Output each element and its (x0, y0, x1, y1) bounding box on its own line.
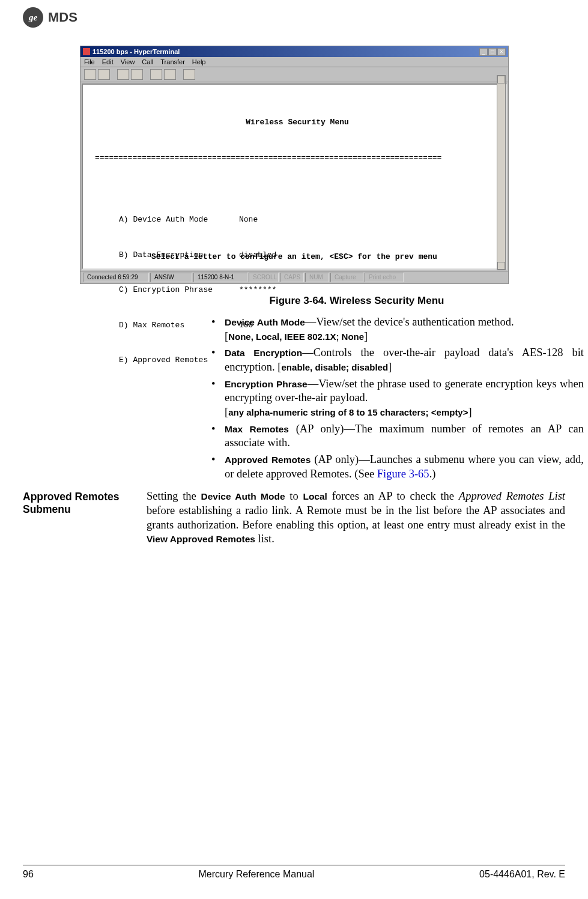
side-heading: Approved Remotes Submenu (23, 489, 147, 546)
menu-view[interactable]: View (121, 58, 135, 65)
menu-help[interactable]: Help (192, 58, 206, 65)
figure-link[interactable]: Figure 3-65 (377, 468, 429, 480)
toolbar-button[interactable] (131, 69, 143, 80)
menu-value-a: None (239, 214, 258, 226)
scroll-down-icon[interactable] (497, 262, 505, 270)
toolbar (80, 67, 508, 82)
bullet-device-auth: Device Auth Mode—View/set the device's a… (211, 315, 584, 344)
label: Data Encryption (225, 348, 302, 358)
divider-line: ========================================… (95, 152, 500, 164)
bullet-approved-remotes: Approved Remotes (AP only)—Launches a su… (211, 453, 584, 481)
text: —View/set the device's authentication me… (305, 316, 514, 328)
menubar: File Edit View Call Transfer Help (80, 57, 508, 67)
terminal-title: Wireless Security Menu (95, 117, 500, 129)
label: Max Remotes (225, 424, 289, 434)
toolbar-button[interactable] (84, 69, 96, 80)
options: any alpha-numeric string of 8 to 15 char… (228, 407, 468, 417)
options: None, Local, IEEE 802.1X; None (228, 331, 364, 342)
page-number: 96 (23, 869, 34, 880)
ge-logo-icon: ge (23, 7, 43, 28)
manual-title: Mercury Reference Manual (198, 869, 314, 880)
toolbar-button[interactable] (183, 69, 195, 80)
scroll-up-icon[interactable] (497, 76, 505, 83)
terminal-area: Wireless Security Menu =================… (82, 83, 507, 270)
window-titlebar: 115200 bps - HyperTerminal _ □ × (80, 46, 508, 57)
menu-file[interactable]: File (84, 58, 95, 65)
bullet-encryption-phrase: Encryption Phrase—View/set the phrase us… (211, 377, 584, 420)
terminal-footer: Select a letter to configure an item, <E… (83, 251, 506, 263)
window-title: 115200 bps - HyperTerminal (92, 48, 180, 55)
label: Device Auth Mode (225, 317, 305, 327)
minimize-icon[interactable]: _ (479, 48, 488, 56)
menu-edit[interactable]: Edit (102, 58, 114, 65)
toolbar-button[interactable] (164, 69, 176, 80)
menu-value-c: ******** (239, 284, 276, 296)
menu-transfer[interactable]: Transfer (160, 58, 185, 65)
doc-revision: 05-4446A01, Rev. E (479, 869, 565, 880)
maximize-icon[interactable]: □ (488, 48, 497, 56)
menu-item-a: A) Device Auth Mode (119, 214, 239, 226)
menu-item-c: C) Encryption Phrase (119, 284, 239, 296)
label: Encryption Phrase (225, 379, 308, 389)
approved-remotes-paragraph: Setting the Device Auth Mode to Local fo… (147, 489, 565, 546)
toolbar-button[interactable] (150, 69, 162, 80)
page-footer: 96 Mercury Reference Manual 05-4446A01, … (23, 865, 565, 880)
text: .) (429, 468, 436, 480)
menu-call[interactable]: Call (142, 58, 153, 65)
bullet-list: Device Auth Mode—View/set the device's a… (211, 315, 584, 481)
toolbar-button[interactable] (117, 69, 129, 80)
label: Approved Remotes (225, 455, 311, 465)
mds-logo-text: MDS (48, 10, 77, 25)
header-logo: ge MDS (23, 7, 565, 28)
close-icon[interactable]: × (497, 48, 506, 56)
app-icon (83, 48, 90, 55)
bullet-data-encryption: Data Encryption—Controls the over-the-ai… (211, 346, 584, 374)
text: ] (388, 361, 392, 373)
bullet-max-remotes: Max Remotes (AP only)—The maximum number… (211, 422, 584, 450)
toolbar-button[interactable] (98, 69, 110, 80)
options: enable, disable; disabled (282, 362, 389, 372)
scrollbar-vertical[interactable] (497, 75, 506, 270)
hyperterminal-screenshot: 115200 bps - HyperTerminal _ □ × File Ed… (80, 46, 509, 284)
